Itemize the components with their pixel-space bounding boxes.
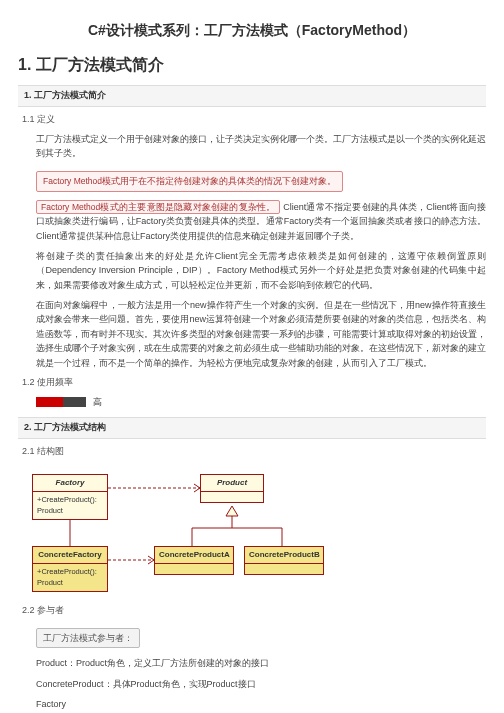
paragraph-2: Factory Method模式的主要意图是隐藏对象创建的复杂性。 Client… xyxy=(36,200,486,243)
uml-concrete-product-a: ConcreteProductA xyxy=(154,546,234,575)
paragraph-definition: 工厂方法模式定义一个用于创建对象的接口，让子类决定实例化哪一个类。工厂方法模式是… xyxy=(36,132,486,161)
uml-diagram: Factory +CreateProduct(): Product Produc… xyxy=(22,468,486,598)
uml-cpa-body xyxy=(155,564,233,574)
uml-cpb-body xyxy=(245,564,323,574)
uml-factory-method: +CreateProduct(): Product xyxy=(33,492,107,519)
subheader-bar-1: 1. 工厂方法模式简介 xyxy=(18,85,486,107)
uml-product-body xyxy=(201,492,263,502)
uml-cpb-name: ConcreteProductB xyxy=(245,547,323,564)
subsection-2-1: 2.1 结构图 xyxy=(22,445,486,459)
participant-factory: Factory xyxy=(36,697,486,711)
subheader-bar-2: 2. 工厂方法模式结构 xyxy=(18,417,486,439)
participant-concrete-product: ConcreteProduct：具体Product角色，实现Product接口 xyxy=(36,677,486,691)
highlight-box-1: Factory Method模式用于在不指定待创建对象的具体类的情况下创建对象。 xyxy=(36,171,343,192)
uml-product: Product xyxy=(200,474,264,503)
grey-box-participants: 工厂方法模式参与者： xyxy=(36,628,140,649)
star-rating-icon xyxy=(36,397,86,407)
page-title: C#设计模式系列：工厂方法模式（FactoryMethod） xyxy=(18,20,486,41)
uml-product-name: Product xyxy=(201,475,263,492)
subsection-2-2: 2.2 参与者 xyxy=(22,604,486,618)
section-heading-1: 1. 工厂方法模式简介 xyxy=(18,53,486,77)
frequency-label: 高 xyxy=(93,397,102,407)
uml-cf-method: +CreateProduct(): Product xyxy=(33,564,107,591)
uml-factory-name: Factory xyxy=(33,475,107,492)
highlight-box-2: Factory Method模式的主要意图是隐藏对象创建的复杂性。 xyxy=(36,200,280,214)
subsection-1-1: 1.1 定义 xyxy=(22,113,486,127)
uml-factory: Factory +CreateProduct(): Product xyxy=(32,474,108,520)
uml-concrete-factory: ConcreteFactory +CreateProduct(): Produc… xyxy=(32,546,108,592)
frequency-row: 高 xyxy=(18,396,486,410)
subsection-1-2: 1.2 使用频率 xyxy=(22,376,486,390)
uml-concrete-product-b: ConcreteProductB xyxy=(244,546,324,575)
paragraph-3: 将创建子类的责任抽象出来的好处是允许Client完全无需考虑依赖类是如何创建的，… xyxy=(36,249,486,292)
paragraph-4: 在面向对象编程中，一般方法是用一个new操作符产生一个对象的实例。但是在一些情况… xyxy=(36,298,486,370)
uml-cf-name: ConcreteFactory xyxy=(33,547,107,564)
participant-product: Product：Product角色，定义工厂方法所创建的对象的接口 xyxy=(36,656,486,670)
svg-marker-2 xyxy=(226,506,238,516)
uml-cpa-name: ConcreteProductA xyxy=(155,547,233,564)
